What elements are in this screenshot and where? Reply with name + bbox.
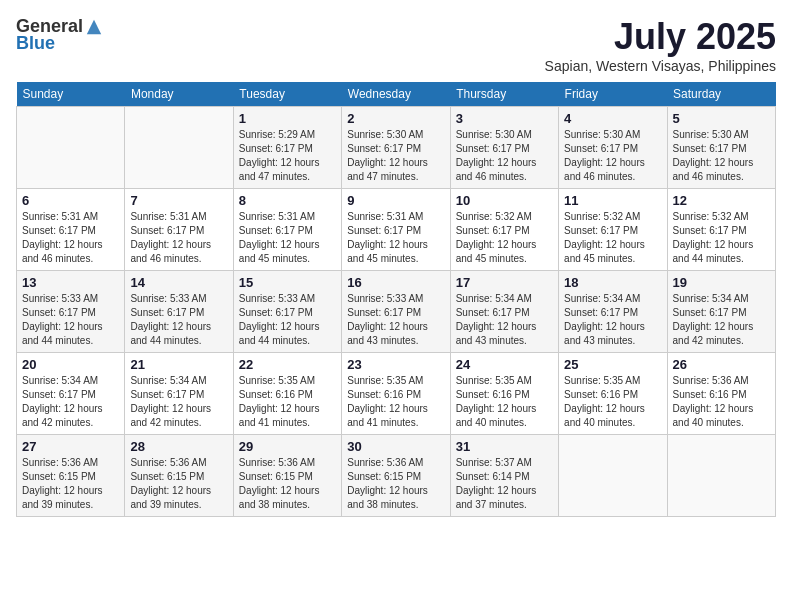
day-info: Sunrise: 5:34 AMSunset: 6:17 PMDaylight:… xyxy=(564,293,645,346)
table-row: 2 Sunrise: 5:30 AMSunset: 6:17 PMDayligh… xyxy=(342,107,450,189)
page-header: General Blue July 2025 Sapian, Western V… xyxy=(16,16,776,74)
calendar-week-row: 6 Sunrise: 5:31 AMSunset: 6:17 PMDayligh… xyxy=(17,189,776,271)
day-number: 15 xyxy=(239,275,336,290)
table-row: 21 Sunrise: 5:34 AMSunset: 6:17 PMDaylig… xyxy=(125,353,233,435)
table-row: 5 Sunrise: 5:30 AMSunset: 6:17 PMDayligh… xyxy=(667,107,775,189)
day-number: 11 xyxy=(564,193,661,208)
day-number: 16 xyxy=(347,275,444,290)
calendar-week-row: 1 Sunrise: 5:29 AMSunset: 6:17 PMDayligh… xyxy=(17,107,776,189)
calendar-week-row: 27 Sunrise: 5:36 AMSunset: 6:15 PMDaylig… xyxy=(17,435,776,517)
table-row: 1 Sunrise: 5:29 AMSunset: 6:17 PMDayligh… xyxy=(233,107,341,189)
calendar-week-row: 13 Sunrise: 5:33 AMSunset: 6:17 PMDaylig… xyxy=(17,271,776,353)
table-row xyxy=(125,107,233,189)
day-info: Sunrise: 5:34 AMSunset: 6:17 PMDaylight:… xyxy=(130,375,211,428)
day-info: Sunrise: 5:36 AMSunset: 6:15 PMDaylight:… xyxy=(347,457,428,510)
day-number: 2 xyxy=(347,111,444,126)
table-row: 16 Sunrise: 5:33 AMSunset: 6:17 PMDaylig… xyxy=(342,271,450,353)
table-row: 18 Sunrise: 5:34 AMSunset: 6:17 PMDaylig… xyxy=(559,271,667,353)
table-row: 30 Sunrise: 5:36 AMSunset: 6:15 PMDaylig… xyxy=(342,435,450,517)
logo: General Blue xyxy=(16,16,103,54)
calendar-table: Sunday Monday Tuesday Wednesday Thursday… xyxy=(16,82,776,517)
table-row: 3 Sunrise: 5:30 AMSunset: 6:17 PMDayligh… xyxy=(450,107,558,189)
table-row: 7 Sunrise: 5:31 AMSunset: 6:17 PMDayligh… xyxy=(125,189,233,271)
day-info: Sunrise: 5:31 AMSunset: 6:17 PMDaylight:… xyxy=(130,211,211,264)
logo-icon xyxy=(85,18,103,36)
table-row: 22 Sunrise: 5:35 AMSunset: 6:16 PMDaylig… xyxy=(233,353,341,435)
day-info: Sunrise: 5:31 AMSunset: 6:17 PMDaylight:… xyxy=(239,211,320,264)
day-info: Sunrise: 5:32 AMSunset: 6:17 PMDaylight:… xyxy=(564,211,645,264)
day-number: 9 xyxy=(347,193,444,208)
table-row: 12 Sunrise: 5:32 AMSunset: 6:17 PMDaylig… xyxy=(667,189,775,271)
day-number: 31 xyxy=(456,439,553,454)
day-number: 12 xyxy=(673,193,770,208)
day-number: 18 xyxy=(564,275,661,290)
col-friday: Friday xyxy=(559,82,667,107)
table-row: 31 Sunrise: 5:37 AMSunset: 6:14 PMDaylig… xyxy=(450,435,558,517)
table-row: 15 Sunrise: 5:33 AMSunset: 6:17 PMDaylig… xyxy=(233,271,341,353)
calendar-week-row: 20 Sunrise: 5:34 AMSunset: 6:17 PMDaylig… xyxy=(17,353,776,435)
day-info: Sunrise: 5:30 AMSunset: 6:17 PMDaylight:… xyxy=(347,129,428,182)
day-number: 14 xyxy=(130,275,227,290)
title-section: July 2025 Sapian, Western Visayas, Phili… xyxy=(545,16,776,74)
day-number: 30 xyxy=(347,439,444,454)
logo-blue: Blue xyxy=(16,33,55,54)
day-info: Sunrise: 5:29 AMSunset: 6:17 PMDaylight:… xyxy=(239,129,320,182)
day-info: Sunrise: 5:32 AMSunset: 6:17 PMDaylight:… xyxy=(456,211,537,264)
day-info: Sunrise: 5:33 AMSunset: 6:17 PMDaylight:… xyxy=(22,293,103,346)
svg-marker-0 xyxy=(87,19,101,33)
day-info: Sunrise: 5:35 AMSunset: 6:16 PMDaylight:… xyxy=(239,375,320,428)
day-info: Sunrise: 5:30 AMSunset: 6:17 PMDaylight:… xyxy=(564,129,645,182)
col-saturday: Saturday xyxy=(667,82,775,107)
table-row: 19 Sunrise: 5:34 AMSunset: 6:17 PMDaylig… xyxy=(667,271,775,353)
day-number: 13 xyxy=(22,275,119,290)
day-info: Sunrise: 5:33 AMSunset: 6:17 PMDaylight:… xyxy=(130,293,211,346)
day-number: 27 xyxy=(22,439,119,454)
day-info: Sunrise: 5:33 AMSunset: 6:17 PMDaylight:… xyxy=(347,293,428,346)
col-sunday: Sunday xyxy=(17,82,125,107)
day-info: Sunrise: 5:31 AMSunset: 6:17 PMDaylight:… xyxy=(22,211,103,264)
day-number: 4 xyxy=(564,111,661,126)
day-info: Sunrise: 5:34 AMSunset: 6:17 PMDaylight:… xyxy=(22,375,103,428)
day-number: 10 xyxy=(456,193,553,208)
table-row: 23 Sunrise: 5:35 AMSunset: 6:16 PMDaylig… xyxy=(342,353,450,435)
location-title: Sapian, Western Visayas, Philippines xyxy=(545,58,776,74)
table-row: 25 Sunrise: 5:35 AMSunset: 6:16 PMDaylig… xyxy=(559,353,667,435)
day-info: Sunrise: 5:36 AMSunset: 6:15 PMDaylight:… xyxy=(130,457,211,510)
table-row: 13 Sunrise: 5:33 AMSunset: 6:17 PMDaylig… xyxy=(17,271,125,353)
day-info: Sunrise: 5:32 AMSunset: 6:17 PMDaylight:… xyxy=(673,211,754,264)
day-info: Sunrise: 5:36 AMSunset: 6:15 PMDaylight:… xyxy=(22,457,103,510)
day-number: 23 xyxy=(347,357,444,372)
day-number: 24 xyxy=(456,357,553,372)
table-row: 17 Sunrise: 5:34 AMSunset: 6:17 PMDaylig… xyxy=(450,271,558,353)
table-row: 14 Sunrise: 5:33 AMSunset: 6:17 PMDaylig… xyxy=(125,271,233,353)
day-number: 1 xyxy=(239,111,336,126)
day-number: 26 xyxy=(673,357,770,372)
calendar-header-row: Sunday Monday Tuesday Wednesday Thursday… xyxy=(17,82,776,107)
table-row: 28 Sunrise: 5:36 AMSunset: 6:15 PMDaylig… xyxy=(125,435,233,517)
table-row xyxy=(667,435,775,517)
table-row: 11 Sunrise: 5:32 AMSunset: 6:17 PMDaylig… xyxy=(559,189,667,271)
day-info: Sunrise: 5:35 AMSunset: 6:16 PMDaylight:… xyxy=(564,375,645,428)
table-row: 20 Sunrise: 5:34 AMSunset: 6:17 PMDaylig… xyxy=(17,353,125,435)
month-title: July 2025 xyxy=(545,16,776,58)
day-number: 21 xyxy=(130,357,227,372)
day-number: 22 xyxy=(239,357,336,372)
col-monday: Monday xyxy=(125,82,233,107)
day-number: 3 xyxy=(456,111,553,126)
day-number: 25 xyxy=(564,357,661,372)
day-info: Sunrise: 5:36 AMSunset: 6:16 PMDaylight:… xyxy=(673,375,754,428)
table-row: 27 Sunrise: 5:36 AMSunset: 6:15 PMDaylig… xyxy=(17,435,125,517)
day-number: 29 xyxy=(239,439,336,454)
table-row xyxy=(17,107,125,189)
day-number: 17 xyxy=(456,275,553,290)
day-number: 8 xyxy=(239,193,336,208)
day-number: 28 xyxy=(130,439,227,454)
col-wednesday: Wednesday xyxy=(342,82,450,107)
day-info: Sunrise: 5:30 AMSunset: 6:17 PMDaylight:… xyxy=(673,129,754,182)
day-number: 6 xyxy=(22,193,119,208)
day-number: 7 xyxy=(130,193,227,208)
table-row xyxy=(559,435,667,517)
day-info: Sunrise: 5:36 AMSunset: 6:15 PMDaylight:… xyxy=(239,457,320,510)
col-tuesday: Tuesday xyxy=(233,82,341,107)
table-row: 6 Sunrise: 5:31 AMSunset: 6:17 PMDayligh… xyxy=(17,189,125,271)
